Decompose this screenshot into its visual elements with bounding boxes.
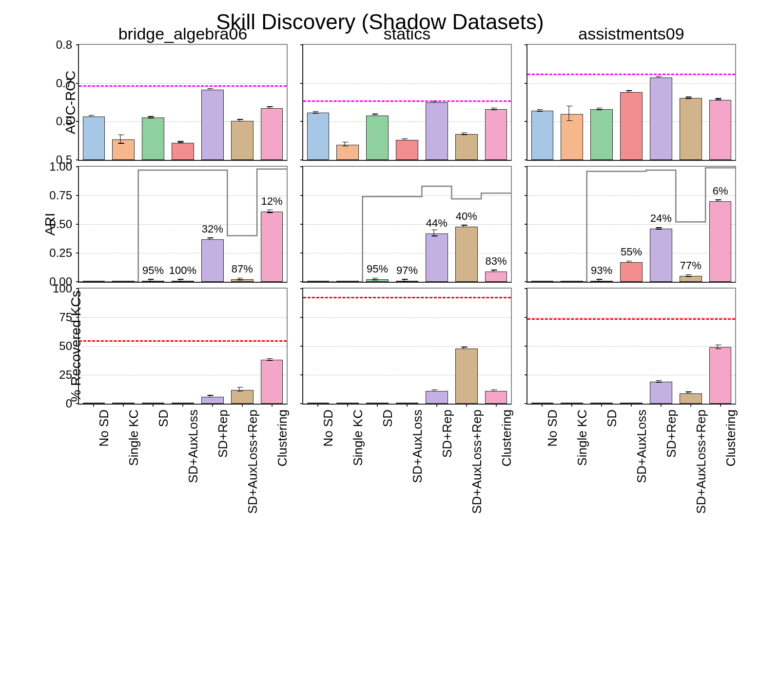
error-bar [120, 135, 127, 144]
bar [201, 239, 224, 282]
error-bar [687, 97, 694, 99]
error-bar [463, 133, 469, 135]
x-tick-mark [407, 404, 408, 407]
bar [201, 397, 224, 404]
bar [709, 347, 732, 404]
x-tick-mark [631, 404, 632, 407]
x-tick-label: SD [380, 409, 395, 427]
bar-group: 95%97%44%40%83% [303, 167, 511, 282]
bar-annotation: 83% [486, 255, 507, 268]
x-tick-label: SD [156, 409, 171, 427]
bar [485, 272, 507, 282]
error-bar [493, 389, 499, 392]
x-tick-label: Single KC [126, 409, 141, 466]
subplot: No SDSingle KCSDSD+AuxLossSD+RepSD+AuxLo… [526, 288, 736, 405]
bar [83, 281, 105, 282]
subplot: assistments09 [526, 44, 736, 161]
error-bar [269, 210, 275, 213]
column-title: statics [303, 24, 511, 43]
figure: Skill Discovery (Shadow Datasets) bridge… [10, 10, 750, 690]
x-tick-mark [242, 404, 243, 407]
bar [620, 262, 643, 282]
bar [561, 114, 583, 160]
x-tick-label: Clustering [275, 409, 290, 467]
x-tick-label: Clustering [499, 409, 514, 467]
x-tick-label: SD+AuxLoss+Rep [245, 409, 260, 514]
error-bar [717, 199, 723, 202]
error-bar [179, 279, 186, 281]
bar [112, 139, 135, 160]
error-bar [404, 138, 410, 141]
x-tick-label: Clustering [723, 409, 739, 467]
bar-annotation: 77% [680, 259, 702, 272]
error-bar [433, 230, 440, 236]
bar [307, 113, 330, 160]
error-bar [658, 380, 664, 383]
bar [709, 201, 732, 282]
error-bar [628, 261, 634, 263]
error-bar [150, 279, 156, 281]
x-tick-mark [317, 404, 318, 407]
y-tick-label: 1.00 [43, 160, 72, 174]
bar [455, 227, 478, 282]
bar-group [79, 45, 287, 160]
y-tick-label: 25 [43, 368, 72, 382]
x-tick-mark [690, 404, 691, 407]
error-bar [433, 101, 440, 103]
bar-annotation: 32% [202, 223, 223, 235]
bar [83, 117, 105, 160]
x-tick-mark [347, 404, 348, 407]
bar [231, 390, 253, 404]
bar [336, 145, 359, 160]
error-bar [239, 387, 245, 391]
x-tick-label: SD+AuxLoss [410, 409, 425, 483]
bar [261, 212, 283, 282]
error-bar [209, 395, 215, 397]
x-tick-mark [212, 404, 213, 407]
x-tick-label: SD [604, 409, 620, 427]
column-title: assistments09 [527, 24, 735, 43]
x-tick-mark [661, 404, 662, 407]
error-bar [209, 237, 215, 240]
error-bar [463, 347, 469, 349]
y-tick-label: 0.8 [43, 38, 72, 52]
bar-annotation: 6% [713, 185, 728, 197]
y-tick-label: 0.50 [43, 217, 72, 231]
subplot-grid: bridge_algebra06AUC-ROC0.50.60.70.8stati… [78, 44, 736, 405]
bar [366, 279, 389, 282]
bar [261, 360, 283, 404]
x-tick-mark [466, 404, 467, 407]
y-tick-label: 0.75 [43, 189, 72, 202]
y-tick-label: 0.25 [43, 246, 72, 260]
x-tick-label: SD+Rep [664, 409, 679, 458]
y-tick-label: 0.6 [43, 115, 72, 128]
x-tick-label: SD+AuxLoss [186, 409, 201, 483]
bar [650, 229, 672, 282]
bar [231, 279, 253, 282]
x-tick-label: SD+AuxLoss+Rep [469, 409, 485, 514]
bar-group [527, 45, 735, 160]
bar-annotation: 95% [142, 264, 164, 277]
error-bar [374, 278, 381, 280]
error-bar [404, 279, 410, 281]
subplot: % Recovered KCs0255075100No SDSingle KCS… [78, 288, 288, 405]
bar-annotation: 95% [367, 263, 388, 275]
bar [307, 281, 330, 282]
bar [561, 281, 583, 282]
bar-annotation: 24% [650, 212, 672, 225]
x-tick-mark [496, 404, 497, 407]
bar [426, 391, 448, 404]
y-tick-label: 0 [43, 397, 72, 410]
bar-annotation: 55% [621, 246, 642, 258]
error-bar [628, 90, 634, 93]
error-bar [717, 98, 723, 100]
x-tick-mark [542, 404, 543, 407]
bar [531, 281, 554, 282]
x-tick-label: Single KC [575, 409, 590, 466]
y-tick-label: 0.7 [43, 77, 72, 90]
error-bar [239, 278, 245, 280]
bar-annotation: 40% [456, 210, 477, 223]
bar [680, 98, 702, 160]
error-bar [717, 345, 723, 349]
error-bar [658, 227, 664, 230]
